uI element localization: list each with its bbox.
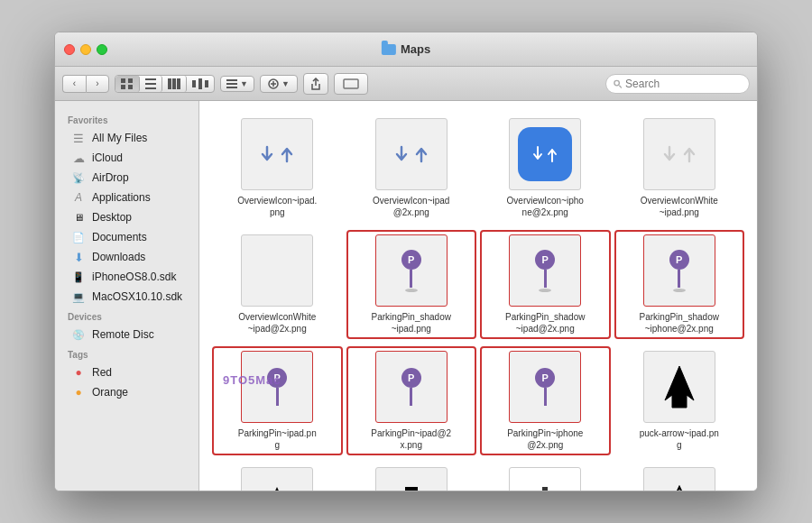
svg-marker-22 (665, 366, 694, 408)
file-name: OverviewIconWhite~ipad.png (639, 195, 720, 218)
arrange-button[interactable]: ▼ (220, 76, 254, 92)
file-name: ParkingPin~iphone@2x.png (504, 427, 586, 451)
file-item[interactable]: P ParkingPin~ipad@2x.png (346, 346, 477, 455)
down-arrow-icon (260, 145, 274, 163)
file-name: ParkingPin~ipad@2x.png (371, 427, 452, 451)
view-group (115, 75, 215, 93)
file-item[interactable]: OverviewIconWhite~ipad@2x.png (212, 230, 343, 339)
share-button[interactable] (303, 73, 328, 95)
coverflow-view-button[interactable] (187, 76, 214, 92)
file-item[interactable]: P ParkingPin_shadow~ipad.png (346, 230, 477, 339)
files-container: OverviewIcon~ipad.png OverviewIcon~ipad@… (212, 114, 744, 491)
sidebar-item-tag-red[interactable]: Red (59, 362, 195, 382)
favorites-label: Favorites (55, 110, 198, 128)
svg-rect-9 (177, 78, 180, 89)
back-button[interactable]: ‹ (62, 75, 86, 93)
column-view-button[interactable] (162, 76, 187, 92)
list-view-button[interactable] (140, 76, 162, 92)
sidebar-item-iphoneos-sdk[interactable]: iPhoneOS8.0.sdk (59, 267, 195, 287)
titlebar-center: Maps (382, 42, 430, 56)
svg-rect-5 (145, 83, 156, 85)
file-item[interactable]: P ParkingPin_shadow~ipad@2x.png (480, 230, 611, 339)
sidebar-item-all-my-files[interactable]: All My Files (59, 128, 195, 148)
file-item[interactable] (614, 463, 745, 491)
file-item[interactable] (346, 463, 477, 491)
icon-view-button[interactable] (115, 76, 140, 92)
sidebar: Favorites All My Files iCloud AirDrop Ap… (55, 101, 199, 491)
sidebar-item-airdrop[interactable]: AirDrop (59, 168, 195, 188)
applications-icon (71, 190, 86, 205)
rect-button[interactable] (334, 73, 368, 95)
file-name: ParkingPin_shadow~iphone@2x.png (639, 311, 720, 335)
devices-label: Devices (55, 307, 198, 325)
file-thumbnail (509, 467, 581, 491)
parking-pin-icon: P (669, 250, 689, 292)
parking-pin-icon: P (535, 250, 555, 292)
sidebar-item-label: Red (92, 366, 112, 379)
file-item[interactable]: OverviewIcon~ipad.png (212, 114, 343, 223)
svg-rect-19 (344, 79, 358, 88)
puck-arrow-icon (661, 364, 697, 409)
sidebar-item-macos-sdk[interactable]: MacOSX10.10.sdk (59, 287, 195, 307)
file-item[interactable] (212, 463, 343, 491)
file-item[interactable]: P ParkingPin~iphone@2x.png (480, 346, 611, 455)
file-thumbnail (509, 118, 581, 190)
forward-button[interactable]: › (86, 75, 109, 93)
file-thumbnail: P (241, 351, 313, 423)
arrow-pixelated-icon (531, 485, 559, 491)
svg-rect-6 (145, 87, 156, 89)
action-button[interactable]: ▼ (260, 75, 298, 93)
svg-rect-11 (198, 78, 202, 89)
parking-pin-icon: P (401, 250, 421, 292)
file-item[interactable]: OverviewIcon~ipad@2x.png (346, 114, 477, 223)
file-thumbnail: P (509, 234, 581, 307)
documents-icon (71, 230, 86, 244)
sidebar-item-icloud[interactable]: iCloud (59, 148, 195, 168)
file-name: OverviewIcon~iphone@2x.png (504, 195, 586, 218)
svg-rect-13 (226, 79, 237, 81)
file-item[interactable]: puck-arrow~ipad.png (614, 346, 745, 455)
file-name: ParkingPin~ipad.png (236, 427, 318, 451)
search-input[interactable] (625, 78, 742, 90)
close-button[interactable] (64, 44, 75, 55)
maximize-button[interactable] (97, 44, 107, 55)
sidebar-item-applications[interactable]: Applications (59, 188, 195, 207)
file-name: puck-arrow~ipad.png (639, 427, 720, 451)
file-item[interactable]: P ParkingPin_shadow~iphone@2x.png (614, 230, 745, 339)
file-thumbnail (375, 467, 448, 491)
file-name: ParkingPin_shadow~ipad.png (371, 311, 452, 335)
sidebar-item-remote-disc[interactable]: Remote Disc (59, 325, 195, 344)
file-thumbnail (241, 234, 313, 307)
toolbar: ‹ › ▼ ▼ (55, 67, 757, 101)
sidebar-item-tag-orange[interactable]: Orange (59, 382, 195, 402)
file-item[interactable]: OverviewIconWhite~ipad.png (614, 114, 745, 223)
sidebar-item-label: All My Files (92, 132, 147, 144)
arrow-outline-icon (665, 485, 694, 491)
svg-rect-1 (128, 78, 133, 83)
file-item[interactable]: P 9TO5Mac ParkingPin~ipad.png (212, 346, 343, 455)
parking-pin-icon: P (535, 368, 555, 406)
orange-tag-icon (71, 385, 86, 399)
sidebar-item-label: Documents (92, 231, 147, 243)
svg-rect-3 (128, 85, 133, 89)
arrow-up-small-icon (398, 485, 425, 491)
sidebar-item-documents[interactable]: Documents (59, 227, 195, 247)
watermark: 9TO5Mac (223, 373, 281, 387)
file-item[interactable]: OverviewIcon~iphone@2x.png (480, 114, 611, 223)
sidebar-item-label: Remote Disc (92, 328, 154, 341)
search-bar[interactable] (605, 74, 750, 94)
sidebar-item-label: iCloud (92, 151, 123, 164)
svg-rect-10 (192, 80, 196, 87)
sidebar-item-downloads[interactable]: Downloads (59, 247, 195, 267)
main-content: Favorites All My Files iCloud AirDrop Ap… (55, 101, 757, 491)
file-thumbnail (241, 467, 313, 491)
file-thumbnail: P (509, 351, 581, 423)
minimize-button[interactable] (80, 44, 91, 55)
file-name: OverviewIconWhite~ipad@2x.png (236, 311, 318, 335)
svg-rect-2 (121, 85, 125, 89)
file-item[interactable] (480, 463, 611, 491)
svg-rect-14 (226, 83, 237, 85)
sidebar-item-desktop[interactable]: Desktop (59, 207, 195, 227)
svg-rect-12 (205, 80, 208, 87)
blue-circle-icon (518, 127, 572, 181)
